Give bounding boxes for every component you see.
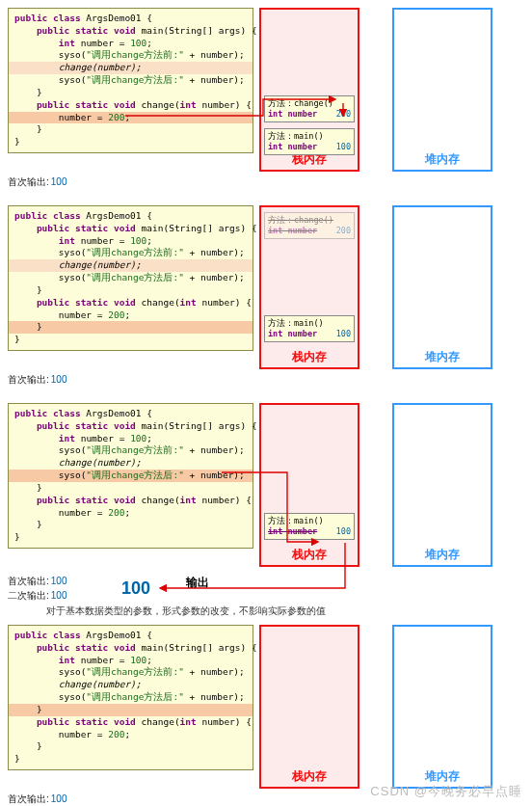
panel-2: public class ArgsDemo01 { public static … <box>8 205 524 393</box>
stack-frame-main: 方法：main() int number100 <box>264 513 355 540</box>
watermark: CSDN @今晚务必早点睡 <box>370 783 522 800</box>
stack-frame-main: 方法：main() int number100 <box>264 315 355 342</box>
heap-box-2: 堆内存 <box>392 205 492 369</box>
heap-box-4: 堆内存 <box>392 625 492 789</box>
stack-box-1: 方法：change() int number200 方法：main() int … <box>259 8 359 172</box>
code-box-4: public class ArgsDemo01 { public static … <box>8 625 253 770</box>
heap-label: 堆内存 <box>394 149 491 170</box>
outputs-1: 首次输出:100 <box>8 175 524 189</box>
outputs-3: 首次输出:100 二次输出:100 <box>8 575 524 603</box>
summary-note: 对于基本数据类型的参数，形式参数的改变，不影响实际参数的值 <box>46 604 524 618</box>
outputs-2: 首次输出:100 <box>8 373 524 387</box>
panel-1: public class ArgsDemo01 { public static … <box>8 8 524 196</box>
stack-frame-change-pop: 方法：change() int number200 <box>264 212 355 239</box>
panel-4: public class ArgsDemo01 { public static … <box>8 625 524 806</box>
stack-box-4: 栈内存 <box>259 625 359 789</box>
stack-box-3: 方法：main() int number100 栈内存 <box>259 403 359 567</box>
stack-box-2: 方法：change() int number200 方法：main() int … <box>259 205 359 369</box>
panel-3: public class ArgsDemo01 { public static … <box>8 403 524 615</box>
output-big-value: 100 <box>121 578 150 599</box>
stack-frame-change: 方法：change() int number200 <box>264 95 355 122</box>
code-box-3: public class ArgsDemo01 { public static … <box>8 403 253 549</box>
heap-box-1: 堆内存 <box>392 8 492 172</box>
code-box-1: public class ArgsDemo01 { public static … <box>8 8 253 153</box>
output-label: 输出 <box>186 575 209 591</box>
stack-frame-main: 方法：main() int number100 <box>264 128 355 155</box>
heap-box-3: 堆内存 <box>392 403 492 567</box>
code-box-2: public class ArgsDemo01 { public static … <box>8 205 253 351</box>
